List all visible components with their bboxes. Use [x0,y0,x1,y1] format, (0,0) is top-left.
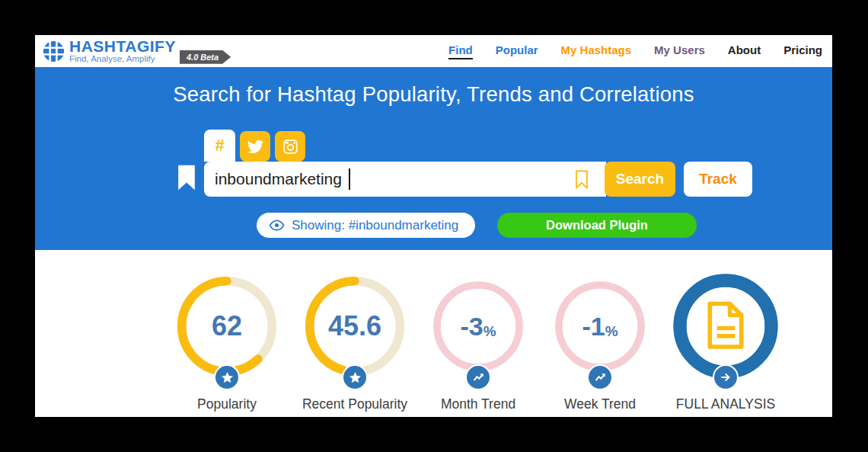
twitter-icon [247,139,263,155]
logo[interactable]: HASHTAGIFY Find, Analyse, Amplify 4.0 Be… [42,38,231,64]
star-icon [348,370,362,385]
showing-pill[interactable]: Showing: #inboundmarketing [257,213,475,238]
text-cursor [349,168,350,190]
arrow-badge[interactable] [713,364,739,390]
metric-week-trend: -1% Week Trend [547,273,653,412]
metric-month-trend: -3% Month Trend [425,273,531,412]
metric-popularity: 62 Popularity [174,273,280,412]
month-trend-value: -3% [425,273,531,380]
trend-icon [593,370,608,385]
bookmark-tag-icon[interactable] [177,165,196,191]
tab-instagram[interactable] [275,131,305,162]
metric-label: Month Trend [441,396,515,412]
star-badge[interactable] [214,364,240,390]
eye-icon [269,217,285,233]
metric-label: FULL ANALYSIS [676,396,775,412]
instagram-icon [282,139,298,155]
logo-text: HASHTAGIFY Find, Analyse, Amplify [69,38,176,64]
search-type-tabs: # [204,130,305,162]
tab-hashtag[interactable]: # [204,130,235,162]
metric-label: Popularity [197,396,257,412]
popularity-value: 62 [174,273,280,380]
trend-badge[interactable] [587,364,613,390]
metrics-section: 62 Popularity 45.6 [35,250,832,417]
metric-recent-popularity: 45.6 Recent Popularity [302,273,408,412]
hashtag-search-input[interactable] [204,162,606,197]
save-hashtag-bookmark-icon[interactable] [574,170,589,189]
star-icon [220,370,235,385]
showing-label: Showing: #inboundmarketing [292,218,458,233]
track-button[interactable]: Track [684,162,752,197]
metric-label: Recent Popularity [302,396,407,412]
star-badge[interactable] [342,364,368,390]
nav-find[interactable]: Find [448,43,473,59]
beta-badge: 4.0 Beta [180,50,231,64]
hashtagify-globe-icon [42,40,65,63]
document-icon [704,301,748,350]
logo-tagline: Find, Analyse, Amplify [69,55,176,64]
hero-section: Search for Hashtag Popularity, Trends an… [35,67,832,250]
nav-pricing[interactable]: Pricing [783,43,822,59]
nav-about[interactable]: About [728,43,761,59]
main-nav: Find Popular My Hashtags My Users About … [448,43,822,59]
trend-icon [471,370,486,385]
screenshot-frame: HASHTAGIFY Find, Analyse, Amplify 4.0 Be… [0,0,868,452]
search-button[interactable]: Search [605,162,675,197]
nav-my-users[interactable]: My Users [654,43,705,59]
hash-icon: # [215,136,224,155]
tab-twitter[interactable] [240,131,270,162]
download-plugin-button[interactable]: Download Plugin [497,213,697,238]
logo-title: HASHTAGIFY [69,38,176,54]
arrow-right-icon [719,370,732,384]
hero-title: Search for Hashtag Popularity, Trends an… [35,67,832,107]
header: HASHTAGIFY Find, Analyse, Amplify 4.0 Be… [35,35,832,67]
metric-label: Week Trend [564,396,636,412]
week-trend-value: -1% [547,273,653,380]
nav-my-hashtags[interactable]: My Hashtags [561,43,632,59]
trend-badge[interactable] [465,364,491,390]
nav-popular[interactable]: Popular [496,43,538,59]
hashtagify-app: HASHTAGIFY Find, Analyse, Amplify 4.0 Be… [35,35,832,417]
recent-popularity-value: 45.6 [302,273,408,380]
metric-full-analysis[interactable]: FULL ANALYSIS [672,273,779,412]
